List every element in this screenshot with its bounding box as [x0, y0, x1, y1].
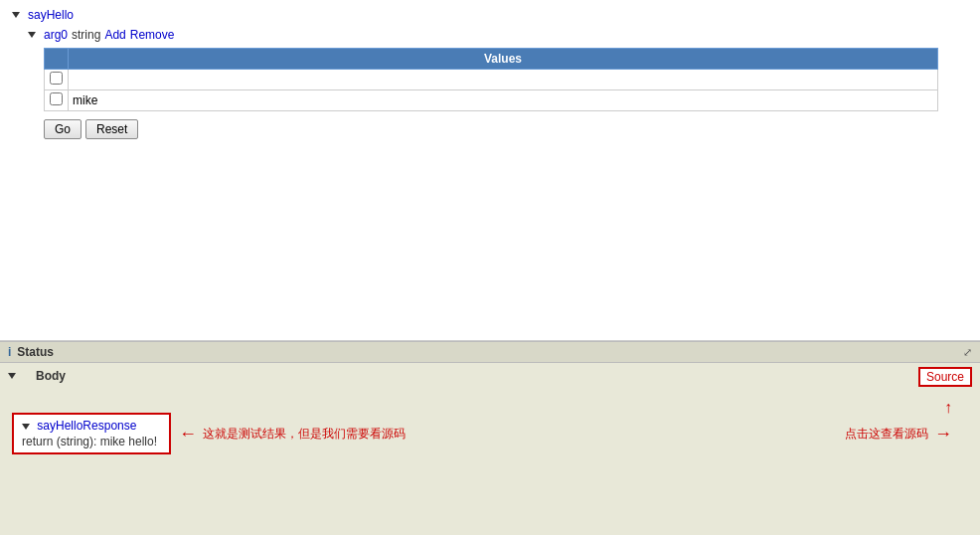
body-label-row: Body	[8, 369, 972, 383]
add-link[interactable]: Add	[104, 28, 125, 42]
right-annotation: 点击这查看源码 →	[845, 424, 952, 445]
arg-name: arg0	[44, 28, 68, 42]
table-row: mike	[45, 90, 938, 111]
values-table: Values mike	[44, 48, 938, 111]
annotation-area: sayHelloResponse return (string): mike h…	[8, 413, 972, 454]
response-collapse-arrow[interactable]	[22, 424, 30, 430]
method-row: sayHello	[12, 8, 968, 22]
left-annotation: ← 这就是测试结果，但是我们需要看源码	[171, 424, 406, 445]
row1-checkbox[interactable]	[50, 72, 63, 85]
left-arrow-icon: ←	[179, 424, 197, 445]
row2-value[interactable]: mike	[69, 90, 938, 111]
values-table-container: Values mike	[44, 48, 968, 111]
right-annotation-text: 点击这查看源码	[845, 426, 928, 443]
source-up-arrow: ↑	[944, 399, 952, 417]
source-button[interactable]: Source	[918, 367, 972, 387]
go-button[interactable]: Go	[44, 119, 82, 139]
arg-row: arg0 string Add Remove	[28, 28, 968, 42]
remove-link[interactable]: Remove	[130, 28, 175, 42]
arg-type: string	[72, 28, 100, 42]
response-name: sayHelloResponse	[22, 419, 161, 433]
body-collapse-arrow[interactable]	[8, 373, 16, 379]
body-section: Source ↑ Body sayHelloResponse return (s…	[0, 363, 980, 535]
expand-icon[interactable]: ⤢	[963, 346, 972, 359]
left-annotation-text: 这就是测试结果，但是我们需要看源码	[203, 426, 406, 443]
values-col-header: Values	[69, 49, 938, 70]
method-collapse-arrow[interactable]	[12, 12, 20, 18]
status-panel: i Status ⤢ Source ↑ Body sayHelloRespons…	[0, 341, 980, 535]
table-row	[45, 70, 938, 90]
body-label: Body	[36, 369, 66, 383]
status-header: i Status ⤢	[0, 342, 980, 363]
response-value: return (string): mike hello!	[22, 435, 161, 448]
checkbox-col-header	[45, 49, 69, 70]
info-icon: i	[8, 345, 11, 359]
arg-collapse-arrow[interactable]	[28, 32, 36, 38]
reset-button[interactable]: Reset	[85, 119, 138, 139]
row2-checkbox[interactable]	[50, 92, 63, 105]
result-box: sayHelloResponse return (string): mike h…	[12, 413, 171, 454]
top-panel: sayHello arg0 string Add Remove Values	[0, 0, 980, 341]
method-name[interactable]: sayHello	[28, 8, 74, 22]
action-buttons: Go Reset	[44, 119, 968, 139]
status-title: Status	[17, 345, 54, 359]
source-btn-container: Source	[918, 367, 972, 387]
right-arrow-icon: →	[934, 424, 952, 445]
row1-value[interactable]	[69, 70, 938, 90]
